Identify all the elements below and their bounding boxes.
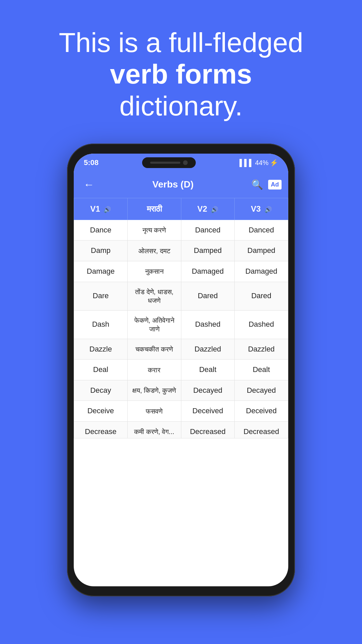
v2-speaker-icon[interactable]: 🔊 bbox=[211, 206, 218, 213]
cell-v2-4: Dashed bbox=[181, 310, 235, 339]
headline-line3: dictionary. bbox=[119, 91, 243, 121]
cell-marathi-1: ओलसर, दमट bbox=[127, 240, 181, 261]
verb-data-table: V1 🔊 मराठी V2 🔊 V3 🔊 Danceनृत्य bbox=[74, 198, 288, 438]
cell-marathi-5: चकचकीत करणे bbox=[127, 339, 181, 360]
battery-icon: 44% bbox=[255, 159, 268, 167]
cell-marathi-3: तोंड देणे, धाडस, धजणे bbox=[127, 282, 181, 310]
cell-marathi-2: नुकसान bbox=[127, 261, 181, 282]
table-row: Dazzleचकचकीत करणेDazzledDazzled bbox=[74, 339, 288, 360]
cell-marathi-6: करार bbox=[127, 360, 181, 380]
cell-v1-8: Deceive bbox=[74, 401, 128, 422]
table-row: DeceiveफसवणेDeceivedDeceived bbox=[74, 401, 288, 422]
table-row: DealकरारDealtDealt bbox=[74, 360, 288, 380]
status-time: 5:08 bbox=[84, 158, 99, 167]
cell-v3-2: Damaged bbox=[235, 261, 288, 282]
cell-v3-1: Damped bbox=[235, 240, 288, 261]
phone-screen: 5:08 ▌▌▌ 44% ⚡ ← Verbs (D) 🔍 Ad bbox=[74, 154, 288, 586]
cell-v2-9: Decreased bbox=[181, 422, 235, 438]
headline: This is a full-fledged verb forms dictio… bbox=[39, 0, 323, 139]
cell-v2-2: Damaged bbox=[181, 261, 235, 282]
cell-v1-3: Dare bbox=[74, 282, 128, 310]
cell-v1-0: Dance bbox=[74, 220, 128, 240]
table-row: Dareतोंड देणे, धाडस, धजणेDaredDared bbox=[74, 282, 288, 310]
app-bar: ← Verbs (D) 🔍 Ad bbox=[74, 172, 288, 197]
cell-v1-5: Dazzle bbox=[74, 339, 128, 360]
table-row: Dashफेकणे, अतिवेगाने जाणेDashedDashed bbox=[74, 310, 288, 339]
header-marathi: मराठी bbox=[127, 198, 181, 220]
cell-v3-7: Decayed bbox=[235, 380, 288, 401]
cell-v1-7: Decay bbox=[74, 380, 128, 401]
cell-v1-4: Dash bbox=[74, 310, 128, 339]
cell-v2-6: Dealt bbox=[181, 360, 235, 380]
table-row: Decayक्षय, किडणे, कुजणेDecayedDecayed bbox=[74, 380, 288, 401]
cell-v1-9: Decrease bbox=[74, 422, 128, 438]
v1-speaker-icon[interactable]: 🔊 bbox=[104, 206, 111, 213]
v3-speaker-icon[interactable]: 🔊 bbox=[264, 206, 272, 213]
cell-marathi-4: फेकणे, अतिवेगाने जाणे bbox=[127, 310, 181, 339]
header-v3: V3 🔊 bbox=[235, 198, 288, 220]
cell-v1-2: Damage bbox=[74, 261, 128, 282]
charging-icon: ⚡ bbox=[270, 159, 278, 167]
cell-v3-3: Dared bbox=[235, 282, 288, 310]
cell-v3-5: Dazzled bbox=[235, 339, 288, 360]
cell-v2-8: Deceived bbox=[181, 401, 235, 422]
phone-mockup: 5:08 ▌▌▌ 44% ⚡ ← Verbs (D) 🔍 Ad bbox=[60, 139, 302, 601]
cell-marathi-8: फसवणे bbox=[127, 401, 181, 422]
cell-v1-1: Damp bbox=[74, 240, 128, 261]
ad-badge: Ad bbox=[268, 180, 282, 190]
table-row: Dampओलसर, दमटDampedDamped bbox=[74, 240, 288, 261]
signal-icon: ▌▌▌ bbox=[239, 159, 254, 167]
headline-line2: verb forms bbox=[110, 59, 252, 89]
header-v1: V1 🔊 bbox=[74, 198, 128, 220]
cell-v2-0: Danced bbox=[181, 220, 235, 240]
status-icons: ▌▌▌ 44% ⚡ bbox=[239, 159, 278, 167]
cell-marathi-7: क्षय, किडणे, कुजणे bbox=[127, 380, 181, 401]
table-body: Danceनृत्य करणेDancedDancedDampओलसर, दमट… bbox=[74, 220, 288, 438]
cell-v3-6: Dealt bbox=[235, 360, 288, 380]
cell-v3-0: Danced bbox=[235, 220, 288, 240]
headline-line1: This is a full-fledged bbox=[59, 27, 303, 58]
notch-bar bbox=[150, 162, 180, 164]
status-bar: 5:08 ▌▌▌ 44% ⚡ bbox=[74, 154, 288, 172]
back-button[interactable]: ← bbox=[80, 178, 97, 191]
cell-marathi-0: नृत्य करणे bbox=[127, 220, 181, 240]
table-row: DamageनुकसानDamagedDamaged bbox=[74, 261, 288, 282]
cell-v3-9: Decreased bbox=[235, 422, 288, 438]
notch-dot bbox=[183, 160, 188, 165]
cell-v2-5: Dazzled bbox=[181, 339, 235, 360]
cell-marathi-9: कमी करणे, वेग... bbox=[127, 422, 181, 438]
search-button[interactable]: 🔍 bbox=[249, 179, 265, 190]
cell-v3-4: Dashed bbox=[235, 310, 288, 339]
cell-v1-6: Deal bbox=[74, 360, 128, 380]
table-row: Decreaseकमी करणे, वेग...DecreasedDecreas… bbox=[74, 422, 288, 438]
cell-v3-8: Deceived bbox=[235, 401, 288, 422]
verb-table: V1 🔊 मराठी V2 🔊 V3 🔊 Danceनृत्य bbox=[74, 197, 288, 586]
phone-body: 5:08 ▌▌▌ 44% ⚡ ← Verbs (D) 🔍 Ad bbox=[67, 144, 295, 596]
notch bbox=[142, 157, 196, 168]
cell-v2-3: Dared bbox=[181, 282, 235, 310]
cell-v2-1: Damped bbox=[181, 240, 235, 261]
app-bar-title: Verbs (D) bbox=[97, 179, 249, 190]
cell-v2-7: Decayed bbox=[181, 380, 235, 401]
header-v2: V2 🔊 bbox=[181, 198, 235, 220]
table-row: Danceनृत्य करणेDancedDanced bbox=[74, 220, 288, 240]
table-header: V1 🔊 मराठी V2 🔊 V3 🔊 bbox=[74, 198, 288, 220]
